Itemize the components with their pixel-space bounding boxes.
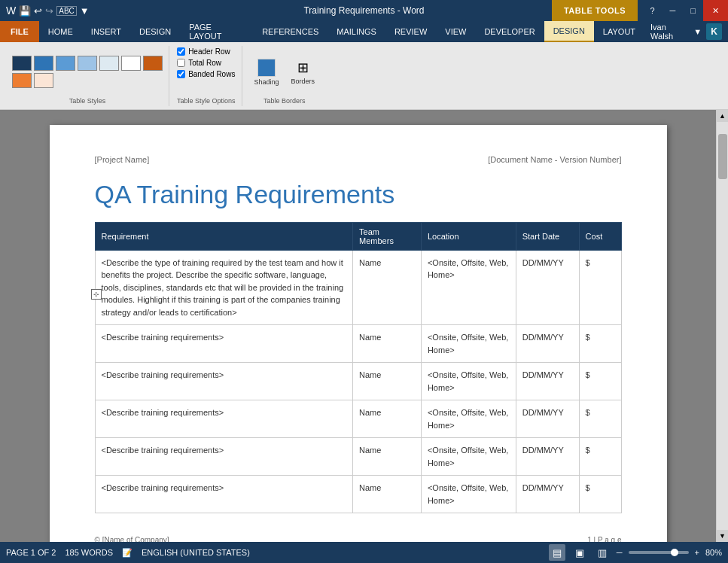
document-title[interactable]: QA Training Requirements	[95, 179, 622, 210]
tab-references[interactable]: REFERENCES	[253, 21, 327, 42]
abc-icon[interactable]: ABC	[56, 6, 77, 16]
undo-icon[interactable]: ↩	[34, 5, 42, 17]
shading-button[interactable]: Shading	[250, 56, 284, 88]
tab-file[interactable]: FILE	[0, 21, 39, 42]
table-cell-row4-col4[interactable]: $	[579, 438, 621, 476]
help-button[interactable]: ?	[642, 0, 662, 21]
table-cell-row1-col4[interactable]: $	[579, 325, 621, 363]
minimize-button[interactable]: ─	[663, 0, 684, 21]
table-cell-row2-col2[interactable]: <Onsite, Offsite, Web, Home>	[421, 363, 516, 400]
tab-developer[interactable]: DEVELOPER	[475, 21, 544, 42]
table-header-row: Requirement Team Members Location Start …	[95, 222, 621, 250]
table-cell-row1-col1[interactable]: Name	[353, 325, 422, 363]
table-row[interactable]: <Describe the type of training required …	[95, 250, 621, 325]
table-style-4[interactable]	[78, 56, 97, 71]
user-avatar[interactable]: K	[706, 23, 722, 40]
table-cell-row4-col1[interactable]: Name	[353, 438, 422, 476]
table-cell-row2-col0[interactable]: <Describe training requirements>	[95, 363, 353, 400]
tab-layout[interactable]: LAYOUT	[594, 21, 644, 42]
table-cell-row5-col4[interactable]: $	[579, 476, 621, 513]
header-row-check[interactable]: Header Row	[177, 47, 230, 56]
col-requirement: Requirement	[95, 222, 353, 250]
maximize-button[interactable]: □	[683, 0, 703, 21]
tab-view[interactable]: VIEW	[436, 21, 475, 42]
table-style-8[interactable]	[12, 73, 32, 88]
document-name-version: [Document Name - Version Number]	[488, 155, 621, 164]
table-row[interactable]: <Describe training requirements>Name<Ons…	[95, 476, 621, 513]
style-options-content: Header Row Total Row Banded Rows	[177, 47, 235, 97]
table-style-6[interactable]	[121, 56, 141, 71]
scroll-up-button[interactable]: ▲	[717, 110, 729, 122]
table-tools-label: TABLE TOOLS	[552, 0, 638, 21]
ribbon-group-borders: Shading ⊞ Borders Table Borders	[244, 46, 326, 106]
table-cell-row2-col1[interactable]: Name	[353, 363, 422, 400]
table-style-9[interactable]	[34, 73, 53, 88]
user-name[interactable]: Ivan Walsh	[650, 23, 689, 41]
ribbon-tabs: FILE HOME INSERT DESIGN PAGE LAYOUT REFE…	[0, 21, 728, 42]
document-header: [Project Name] [Document Name - Version …	[95, 155, 622, 164]
table-row[interactable]: <Describe training requirements>Name<Ons…	[95, 438, 621, 476]
save-icon[interactable]: 💾	[19, 5, 31, 17]
table-cell-row0-col0[interactable]: <Describe the type of training required …	[95, 250, 353, 325]
table-style-1[interactable]	[12, 56, 32, 71]
table-row[interactable]: <Describe training requirements>Name<Ons…	[95, 325, 621, 363]
table-cell-row1-col2[interactable]: <Onsite, Offsite, Web, Home>	[421, 325, 516, 363]
table-cell-row1-col0[interactable]: <Describe training requirements>	[95, 325, 353, 363]
app-icon: W	[6, 5, 16, 17]
table-cell-row4-col0[interactable]: <Describe training requirements>	[95, 438, 353, 476]
table-cell-row3-col3[interactable]: DD/MM/YY	[516, 400, 579, 438]
tab-review[interactable]: REVIEW	[385, 21, 436, 42]
borders-button[interactable]: ⊞ Borders	[287, 57, 320, 87]
total-row-check[interactable]: Total Row	[177, 59, 221, 67]
table-style-5[interactable]	[99, 56, 119, 71]
tab-design[interactable]: DESIGN	[130, 21, 180, 42]
table-cell-row1-col3[interactable]: DD/MM/YY	[516, 325, 579, 363]
scroll-down-button[interactable]: ▼	[717, 530, 729, 542]
table-cell-row3-col1[interactable]: Name	[353, 400, 422, 438]
table-cell-row0-col1[interactable]: Name	[353, 250, 422, 325]
table-cell-row0-col4[interactable]: $	[579, 250, 621, 325]
borders-icon: ⊞	[297, 59, 309, 76]
table-styles-content	[12, 47, 163, 97]
table-cell-row4-col3[interactable]: DD/MM/YY	[516, 438, 579, 476]
close-button[interactable]: ✕	[703, 0, 728, 21]
redo-icon[interactable]: ↪	[45, 5, 53, 17]
tab-insert[interactable]: INSERT	[82, 21, 130, 42]
vertical-scrollbar[interactable]: ▲ ▼	[716, 110, 728, 542]
document-footer: © [Name of Company] 1 | P a g e	[95, 536, 622, 542]
tab-home[interactable]: HOME	[39, 21, 82, 42]
project-name: [Project Name]	[95, 155, 150, 164]
table-row[interactable]: <Describe training requirements>Name<Ons…	[95, 363, 621, 400]
table-cell-row2-col3[interactable]: DD/MM/YY	[516, 363, 579, 400]
table-cell-row3-col0[interactable]: <Describe training requirements>	[95, 400, 353, 438]
table-move-handle[interactable]: ⊹	[91, 289, 102, 300]
banded-rows-check[interactable]: Banded Rows	[177, 70, 235, 78]
table-style-7[interactable]	[143, 56, 163, 71]
table-cell-row4-col2[interactable]: <Onsite, Offsite, Web, Home>	[421, 438, 516, 476]
table-cell-row0-col3[interactable]: DD/MM/YY	[516, 250, 579, 325]
window-title: Training Requirements - Word	[303, 5, 424, 16]
tab-page-layout[interactable]: PAGE LAYOUT	[180, 21, 253, 42]
table-cell-row5-col2[interactable]: <Onsite, Offsite, Web, Home>	[421, 476, 516, 513]
tab-mailings[interactable]: MAILINGS	[327, 21, 385, 42]
table-style-2[interactable]	[34, 56, 53, 71]
table-row[interactable]: <Describe training requirements>Name<Ons…	[95, 400, 621, 438]
ribbon-group-label-styles: Table Styles	[69, 97, 106, 105]
table-cell-row5-col0[interactable]: <Describe training requirements>	[95, 476, 353, 513]
table-cell-row3-col4[interactable]: $	[579, 400, 621, 438]
customize-icon[interactable]: ▼	[80, 5, 90, 17]
tab-table-design[interactable]: DESIGN	[544, 21, 594, 42]
table-cell-row5-col3[interactable]: DD/MM/YY	[516, 476, 579, 513]
window-controls: ? ─ □ ✕	[642, 0, 728, 21]
document-page[interactable]: [Project Name] [Document Name - Version …	[50, 125, 667, 542]
table-cell-row2-col4[interactable]: $	[579, 363, 621, 400]
table-cell-row5-col1[interactable]: Name	[353, 476, 422, 513]
table-cell-row3-col2[interactable]: <Onsite, Offsite, Web, Home>	[421, 400, 516, 438]
ribbon-group-style-options: Header Row Total Row Banded Rows Table S…	[171, 46, 242, 106]
table-cell-row0-col2[interactable]: <Onsite, Offsite, Web, Home>	[421, 250, 516, 325]
dropdown-arrow[interactable]: ▼	[693, 27, 702, 36]
page-container[interactable]: [Project Name] [Document Name - Version …	[0, 110, 728, 542]
scrollbar-thumb[interactable]	[718, 134, 727, 179]
user-info: Ivan Walsh ▼ K	[644, 21, 728, 42]
table-style-3[interactable]	[56, 56, 75, 71]
